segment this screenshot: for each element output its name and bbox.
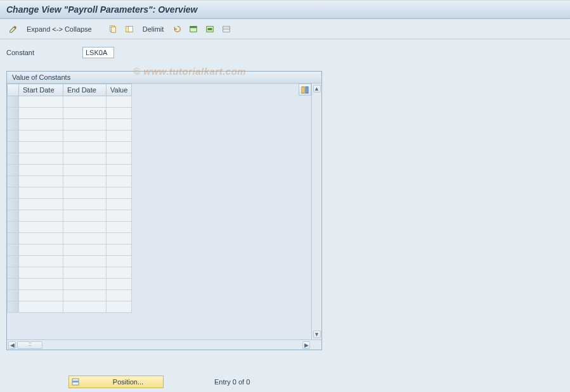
cell-end[interactable] <box>63 153 107 165</box>
row-selector-header[interactable] <box>8 84 19 96</box>
cell-start[interactable] <box>19 187 63 199</box>
row-selector[interactable] <box>8 153 19 165</box>
cell-end[interactable] <box>63 290 107 301</box>
row-selector[interactable] <box>8 96 19 108</box>
cell-end[interactable] <box>63 165 107 176</box>
cell-value[interactable] <box>107 165 132 176</box>
deselect-all-button[interactable] <box>219 23 233 35</box>
position-button[interactable]: Position... <box>68 376 164 388</box>
row-selector[interactable] <box>8 256 19 267</box>
cell-start[interactable] <box>19 256 63 267</box>
select-block-button[interactable] <box>203 23 217 35</box>
cell-value[interactable] <box>107 119 132 130</box>
cell-end[interactable] <box>63 233 107 244</box>
cell-end[interactable] <box>63 279 107 290</box>
cell-value[interactable] <box>107 130 132 142</box>
copy-button[interactable] <box>106 23 120 35</box>
configure-columns-button[interactable] <box>299 84 311 96</box>
row-selector[interactable] <box>8 130 19 142</box>
cell-end[interactable] <box>63 142 107 153</box>
copy-all-button[interactable] <box>122 23 136 35</box>
cell-value[interactable] <box>107 279 132 290</box>
cell-start[interactable] <box>19 153 63 165</box>
row-selector[interactable] <box>8 108 19 119</box>
cell-start[interactable] <box>19 165 63 176</box>
cell-value[interactable] <box>107 210 132 222</box>
cell-value[interactable] <box>107 142 132 153</box>
horizontal-scrollbar[interactable]: ◀ ▶ <box>7 339 321 350</box>
expand-collapse-button[interactable]: Expand <-> Collapse <box>23 24 96 34</box>
cell-value[interactable] <box>107 222 132 233</box>
row-selector[interactable] <box>8 244 19 256</box>
cell-value[interactable] <box>107 153 132 165</box>
undo-button[interactable] <box>170 23 184 35</box>
cell-start[interactable] <box>19 176 63 187</box>
scroll-up-arrow[interactable]: ▲ <box>313 85 321 92</box>
column-start-date[interactable]: Start Date <box>19 84 63 96</box>
row-selector[interactable] <box>8 187 19 199</box>
cell-start[interactable] <box>19 222 63 233</box>
cell-end[interactable] <box>63 244 107 256</box>
cell-start[interactable] <box>19 244 63 256</box>
cell-start[interactable] <box>19 108 63 119</box>
cell-start[interactable] <box>19 210 63 222</box>
constant-input[interactable] <box>82 47 114 58</box>
cell-start[interactable] <box>19 199 63 210</box>
cell-value[interactable] <box>107 301 132 313</box>
row-selector[interactable] <box>8 222 19 233</box>
row-selector[interactable] <box>8 165 19 176</box>
cell-value[interactable] <box>107 96 132 108</box>
scroll-down-arrow[interactable]: ▼ <box>313 331 321 338</box>
cell-end[interactable] <box>63 222 107 233</box>
cell-start[interactable] <box>19 96 63 108</box>
row-selector[interactable] <box>8 301 19 313</box>
cell-value[interactable] <box>107 267 132 279</box>
row-selector[interactable] <box>8 176 19 187</box>
cell-start[interactable] <box>19 119 63 130</box>
delimit-button[interactable]: Delimit <box>139 24 168 34</box>
select-all-button[interactable] <box>186 23 200 35</box>
cell-start[interactable] <box>19 301 63 313</box>
cell-value[interactable] <box>107 290 132 301</box>
cell-start[interactable] <box>19 142 63 153</box>
cell-end[interactable] <box>63 256 107 267</box>
cell-start[interactable] <box>19 290 63 301</box>
cell-value[interactable] <box>107 176 132 187</box>
cell-value[interactable] <box>107 108 132 119</box>
scroll-thumb[interactable] <box>17 341 42 349</box>
cell-start[interactable] <box>19 130 63 142</box>
cell-end[interactable] <box>63 187 107 199</box>
cell-end[interactable] <box>63 119 107 130</box>
row-selector[interactable] <box>8 119 19 130</box>
row-selector[interactable] <box>8 199 19 210</box>
cell-value[interactable] <box>107 256 132 267</box>
row-selector[interactable] <box>8 290 19 301</box>
cell-value[interactable] <box>107 244 132 256</box>
other-view-button[interactable] <box>6 23 20 35</box>
cell-end[interactable] <box>63 199 107 210</box>
cell-end[interactable] <box>63 210 107 222</box>
cell-end[interactable] <box>63 176 107 187</box>
cell-start[interactable] <box>19 233 63 244</box>
cell-end[interactable] <box>63 108 107 119</box>
cell-start[interactable] <box>19 267 63 279</box>
cell-end[interactable] <box>63 301 107 313</box>
cell-start[interactable] <box>19 279 63 290</box>
cell-end[interactable] <box>63 267 107 279</box>
toggle-icon <box>125 25 134 34</box>
scroll-right-arrow[interactable]: ▶ <box>302 341 310 349</box>
cell-end[interactable] <box>63 130 107 142</box>
scroll-left-arrow[interactable]: ◀ <box>8 341 16 349</box>
row-selector[interactable] <box>8 267 19 279</box>
row-selector[interactable] <box>8 142 19 153</box>
column-value[interactable]: Value <box>107 84 132 96</box>
cell-end[interactable] <box>63 96 107 108</box>
cell-value[interactable] <box>107 233 132 244</box>
row-selector[interactable] <box>8 279 19 290</box>
vertical-scrollbar[interactable]: ▲ ▼ <box>311 84 321 339</box>
row-selector[interactable] <box>8 210 19 222</box>
cell-value[interactable] <box>107 199 132 210</box>
row-selector[interactable] <box>8 233 19 244</box>
column-end-date[interactable]: End Date <box>63 84 107 96</box>
cell-value[interactable] <box>107 187 132 199</box>
